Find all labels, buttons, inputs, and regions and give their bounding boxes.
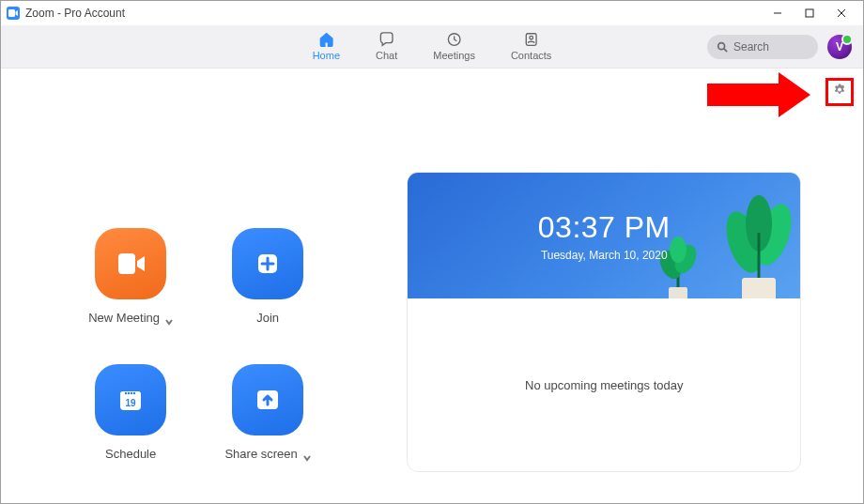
chevron-down-icon[interactable] [165,314,173,322]
content-area: New Meeting Join [1,69,863,503]
schedule-label: Schedule [105,447,156,461]
search-icon [717,41,728,53]
meetings-column: 03:37 PM Tuesday, March 10, 2020 No upco… [397,69,863,503]
app-window: Zoom - Pro Account Home Chat [0,0,864,504]
clock-date: Tuesday, March 10, 2020 [541,249,668,262]
card-body: No upcoming meetings today [408,298,800,471]
tab-chat-label: Chat [376,50,397,61]
share-screen-tile [232,364,303,435]
svg-point-7 [718,42,725,49]
svg-point-20 [670,237,687,263]
new-meeting-tile [95,228,166,299]
contacts-icon [522,31,541,48]
tab-home-label: Home [313,50,340,61]
search-placeholder: Search [733,40,769,53]
titlebar: Zoom - Pro Account [1,1,863,25]
schedule-tile: 19 [95,364,166,435]
main-toolbar: Home Chat Meetings Contacts [1,25,863,69]
share-arrow-icon [252,384,284,416]
minimize-button[interactable] [762,3,794,23]
annotation-arrow [707,72,820,117]
svg-rect-21 [669,287,687,298]
svg-point-6 [530,36,533,39]
tab-bar: Home Chat Meetings Contacts [313,25,552,68]
svg-rect-25 [742,278,776,298]
new-meeting-label: New Meeting [88,311,160,325]
gear-icon [832,83,847,98]
svg-point-13 [128,392,130,394]
search-input[interactable]: Search [707,35,818,59]
clock-icon [445,31,464,48]
svg-text:19: 19 [126,398,137,408]
tab-contacts-label: Contacts [511,50,551,61]
clock-time: 03:37 PM [538,210,671,245]
join-action[interactable]: Join [207,228,329,325]
join-tile [232,228,303,299]
settings-highlight [825,78,854,106]
plus-icon [252,248,284,280]
svg-rect-11 [120,391,141,397]
home-icon [316,31,335,48]
join-label: Join [256,311,279,325]
avatar[interactable]: V [827,35,852,59]
plant-decoration [657,237,699,298]
svg-point-12 [125,392,127,394]
svg-point-15 [133,392,135,394]
chat-icon [378,31,396,48]
window-title: Zoom - Pro Account [25,7,125,20]
avatar-initial: V [836,40,843,53]
svg-rect-1 [806,9,813,17]
svg-line-8 [724,48,727,51]
tab-chat[interactable]: Chat [376,31,397,61]
tab-meetings[interactable]: Meetings [433,31,475,61]
tab-contacts[interactable]: Contacts [511,31,551,61]
share-screen-label: Share screen [224,447,297,461]
tab-meetings-label: Meetings [433,50,475,61]
calendar-icon: 19 [115,384,147,416]
schedule-action[interactable]: 19 Schedule [69,364,192,461]
new-meeting-action[interactable]: New Meeting [69,228,192,325]
no-meetings-text: No upcoming meetings today [525,378,683,392]
chevron-down-icon[interactable] [303,451,311,458]
zoom-app-icon [7,7,20,20]
share-screen-action[interactable]: Share screen [207,364,329,461]
close-button[interactable] [825,3,857,23]
meetings-card: 03:37 PM Tuesday, March 10, 2020 No upco… [407,172,801,472]
video-icon [115,248,147,280]
plant-decoration [721,195,796,298]
svg-point-14 [131,392,132,394]
actions-column: New Meeting Join [1,69,397,503]
maximize-button[interactable] [794,3,825,23]
tab-home[interactable]: Home [313,31,340,61]
card-hero: 03:37 PM Tuesday, March 10, 2020 [408,173,800,298]
settings-button[interactable] [832,83,847,101]
